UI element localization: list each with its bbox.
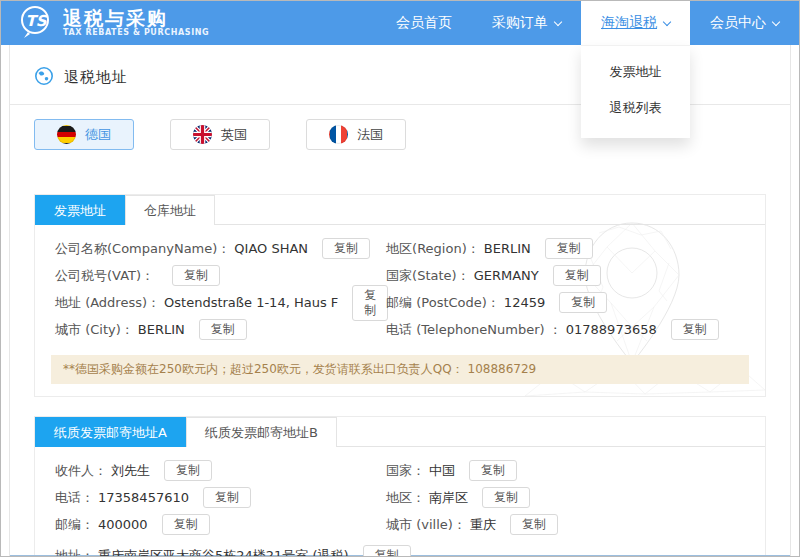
copy-button[interactable]: 复制 [164,460,212,481]
invoice-tabs: 发票地址 仓库地址 [35,195,765,225]
country-button-germany[interactable]: 德国 [34,119,134,150]
invoice-fields: 公司名称(CompanyName)： QIAO SHAN 复制 公司税号(VAT… [35,225,765,347]
field-row-zipcode: 邮编： 400000 复制 [55,511,378,538]
country-label: 英国 [221,126,247,144]
field-label: 电话： [55,489,94,507]
field-value: 南岸区 [429,489,468,507]
field-row-region: 地区(Region)： BERLIN 复制 [386,235,765,262]
field-value: Ostendstraße 1-14, Haus F [164,295,338,310]
field-label: 地址 (Address)： [55,294,160,312]
field-label: 公司名称(CompanyName)： [55,240,230,258]
mailing-address-section: 纸质发票邮寄地址A 纸质发票邮寄地址B 收件人： 刘先生 复制 电话： 1735… [34,416,766,557]
globe-icon [34,66,54,89]
field-value: 重庆南岸区亚太商谷5栋24楼21号室 (退税) [98,547,349,557]
field-label: 国家(State)： [386,267,470,285]
field-label: 城市 (ville)： [386,516,466,534]
app-logo: TS 退税与采购 TAX REBATES & PURCHASING [17,4,209,43]
field-value: BERLIN [138,322,185,337]
mailing-fields: 收件人： 刘先生 复制 电话： 17358457610 复制 邮编： 40000… [35,447,765,542]
field-label: 地区： [386,489,425,507]
page-title: 退税地址 [64,68,128,87]
country-button-uk[interactable]: 英国 [170,119,270,150]
tab-invoice-address[interactable]: 发票地址 [35,195,125,225]
uk-flag-icon [193,125,212,144]
haitao-dropdown-menu: 发票地址 退税列表 [581,45,690,138]
chevron-down-icon [663,17,671,25]
field-label: 地区(Region)： [386,240,480,258]
copy-button[interactable]: 复制 [322,238,370,259]
nav-purchase-orders-label: 采购订单 [492,14,548,32]
copy-button[interactable]: 复制 [469,460,517,481]
field-value: QIAO SHAN [234,241,308,256]
chevron-down-icon [554,17,562,25]
field-label: 城市 (City)： [55,321,134,339]
copy-button[interactable]: 复制 [172,265,220,286]
field-label: 邮编 (PostCode)： [386,294,500,312]
mailing-full-address-row: 地址： 重庆南岸区亚太商谷5栋24楼21号室 (退税) 复制 [35,542,765,557]
field-value: 刘先生 [111,462,150,480]
france-flag-icon [329,125,348,144]
field-value: 中国 [429,462,455,480]
copy-button[interactable]: 复制 [671,319,719,340]
field-value: 400000 [98,517,148,532]
germany-flag-icon [57,125,76,144]
svg-text:TS: TS [26,11,48,29]
field-value: 01788973658 [566,322,657,337]
nav-member-home-label: 会员首页 [396,14,452,32]
field-row-telephone: 电话 (TelephoneNumber) ： 01788973658 复制 [386,316,765,343]
copy-button[interactable]: 复制 [482,487,530,508]
field-row-recipient: 收件人： 刘先生 复制 [55,457,378,484]
nav-haitao-tax-refund[interactable]: 海淘退税 发票地址 退税列表 [581,1,690,45]
field-label: 收件人： [55,462,107,480]
field-value: BERLIN [484,241,531,256]
copy-button[interactable]: 复制 [203,487,251,508]
field-value: GERMANY [474,268,539,283]
copy-button[interactable]: 复制 [162,514,210,535]
nav-purchase-orders[interactable]: 采购订单 [472,1,581,45]
chevron-down-icon [772,17,780,25]
copy-button[interactable]: 复制 [510,514,558,535]
app-header: TS 退税与采购 TAX REBATES & PURCHASING 会员首页 采… [1,1,799,45]
field-row-state: 国家(State)： GERMANY 复制 [386,262,765,289]
copy-button[interactable]: 复制 [545,238,593,259]
field-row-district: 地区： 南岸区 复制 [386,484,765,511]
ts-logo-icon: TS [17,4,53,43]
country-button-france[interactable]: 法国 [306,119,406,150]
field-row-city: 城市 (City)： BERLIN 复制 [55,316,378,343]
tab-mailing-address-a[interactable]: 纸质发票邮寄地址A [35,417,186,447]
copy-button[interactable]: 复制 [363,545,411,557]
field-row-city-ville: 城市 (ville)： 重庆 复制 [386,511,765,538]
brand-subtitle: TAX REBATES & PURCHASING [63,28,209,38]
purchase-limit-notice: **德国采购金额在250欧元内；超过250欧元，发货请联系出口负责人QQ： 10… [51,355,749,384]
field-label: 地址： [55,547,94,557]
field-value: 12459 [504,295,545,310]
tab-mailing-address-b[interactable]: 纸质发票邮寄地址B [186,417,337,447]
menu-item-invoice-address[interactable]: 发票地址 [581,54,690,90]
field-label: 电话 (TelephoneNumber) ： [386,321,562,339]
copy-button[interactable]: 复制 [553,265,601,286]
country-label: 法国 [357,126,383,144]
country-label: 德国 [85,126,111,144]
field-row-country: 国家： 中国 复制 [386,457,765,484]
field-row-phone: 电话： 17358457610 复制 [55,484,378,511]
field-value: 重庆 [470,516,496,534]
menu-item-refund-list[interactable]: 退税列表 [581,90,690,126]
field-row-address: 地址 (Address)： Ostendstraße 1-14, Haus F … [55,289,378,316]
field-label: 国家： [386,462,425,480]
field-row-company-name: 公司名称(CompanyName)： QIAO SHAN 复制 [55,235,378,262]
nav-member-center-label: 会员中心 [710,14,766,32]
main-nav: 会员首页 采购订单 海淘退税 发票地址 退税列表 会员中心 [376,1,799,45]
mailing-tabs: 纸质发票邮寄地址A 纸质发票邮寄地址B [35,417,765,447]
field-row-full-address: 地址： 重庆南岸区亚太商谷5栋24楼21号室 (退税) 复制 [55,542,765,557]
field-row-vat: 公司税号(VAT)： 复制 [55,262,378,289]
copy-button[interactable]: 复制 [559,292,607,313]
copy-button[interactable]: 复制 [199,319,247,340]
tab-warehouse-address[interactable]: 仓库地址 [125,195,215,225]
nav-haitao-tax-refund-label: 海淘退税 [601,14,657,32]
field-label: 邮编： [55,516,94,534]
invoice-address-section: 发票地址 仓库地址 公司名称(CompanyName)： QIAO SHAN 复… [34,194,766,397]
nav-member-home[interactable]: 会员首页 [376,1,472,45]
field-row-postcode: 邮编 (PostCode)： 12459 复制 [386,289,765,316]
brand-title: 退税与采购 [63,8,209,28]
nav-member-center[interactable]: 会员中心 [690,1,799,45]
